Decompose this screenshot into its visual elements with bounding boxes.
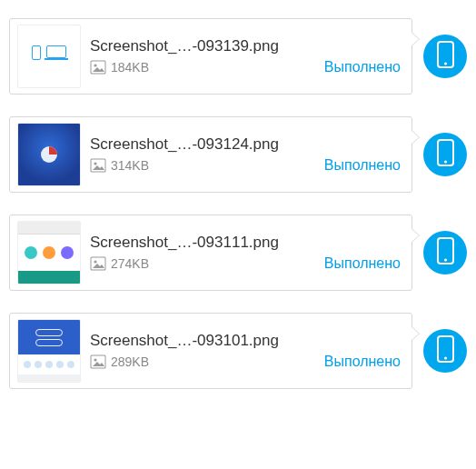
svg-point-12 — [94, 260, 96, 263]
transfer-status: Выполнено — [324, 59, 401, 75]
device-badge[interactable] — [423, 231, 467, 274]
svg-point-9 — [443, 160, 446, 163]
device-badge[interactable] — [423, 329, 467, 373]
phone-icon — [437, 139, 454, 170]
file-size: 274KB — [111, 256, 149, 271]
svg-point-14 — [443, 258, 446, 261]
file-thumbnail — [17, 25, 81, 88]
svg-point-19 — [443, 356, 446, 359]
file-info: Screenshot_…-093124.png 314KB Выполнено — [90, 135, 401, 174]
file-name: Screenshot_…-093111.png — [90, 234, 401, 252]
file-thumbnail — [17, 221, 81, 284]
file-card[interactable]: Screenshot_…-093111.png 274KB Выполнено — [9, 215, 412, 291]
file-info: Screenshot_…-093101.png 289KB Выполнено — [90, 332, 401, 370]
list-item: Screenshot_…-093111.png 274KB Выполнено — [9, 215, 467, 291]
file-name: Screenshot_…-093124.png — [90, 135, 401, 154]
file-card[interactable]: Screenshot_…-093101.png 289KB Выполнено — [9, 313, 412, 389]
file-size: 314KB — [111, 158, 149, 173]
file-name: Screenshot_…-093139.png — [90, 37, 401, 55]
file-info: Screenshot_…-093111.png 274KB Выполнено — [90, 234, 401, 272]
transfer-status: Выполнено — [324, 354, 401, 370]
file-card[interactable]: Screenshot_…-093139.png 184KB Выполнено — [9, 18, 412, 95]
file-thumbnail — [17, 319, 81, 383]
phone-icon — [437, 237, 454, 268]
device-badge[interactable] — [423, 35, 467, 78]
list-item: Screenshot_…-093101.png 289KB Выполнено — [9, 313, 467, 389]
file-size: 289KB — [111, 354, 149, 369]
device-badge[interactable] — [423, 133, 467, 176]
file-info: Screenshot_…-093139.png 184KB Выполнено — [90, 37, 401, 75]
phone-icon — [437, 335, 454, 366]
list-item: Screenshot_…-093124.png 314KB Выполнено — [9, 116, 467, 193]
file-thumbnail — [17, 123, 81, 186]
svg-point-4 — [443, 62, 446, 65]
image-icon — [90, 60, 106, 75]
transfer-list: Screenshot_…-093139.png 184KB Выполнено — [9, 18, 467, 389]
transfer-status: Выполнено — [324, 157, 401, 174]
file-name: Screenshot_…-093101.png — [90, 332, 401, 350]
svg-point-17 — [94, 358, 96, 361]
image-icon — [90, 158, 106, 173]
image-icon — [90, 354, 106, 369]
image-icon — [90, 256, 106, 271]
phone-icon — [437, 41, 454, 72]
svg-point-2 — [94, 64, 96, 66]
transfer-status: Выполнено — [324, 255, 401, 272]
file-card[interactable]: Screenshot_…-093124.png 314KB Выполнено — [9, 116, 412, 193]
svg-point-7 — [94, 162, 96, 165]
file-size: 184KB — [111, 60, 149, 75]
list-item: Screenshot_…-093139.png 184KB Выполнено — [9, 18, 467, 95]
